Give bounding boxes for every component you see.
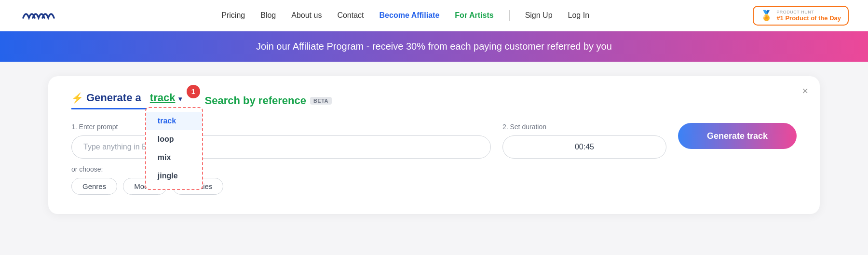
duration-section: 2. Set duration <box>502 123 666 159</box>
close-button[interactable]: × <box>802 86 808 96</box>
tab-generate-label: Generate a <box>86 92 141 104</box>
dropdown-badge: 1 <box>187 85 200 98</box>
chip-genres[interactable]: Genres <box>71 178 117 195</box>
nav-for-artists[interactable]: For Artists <box>455 11 493 20</box>
ph-text: PRODUCT HUNT #1 Product of the Day <box>776 10 841 22</box>
prompt-input[interactable] <box>71 135 491 159</box>
dropdown-menu: track loop mix jingle <box>145 107 203 190</box>
nav-contact[interactable]: Contact <box>337 11 364 20</box>
ph-label-top: PRODUCT HUNT <box>776 10 841 14</box>
navbar: Pricing Blog About us Contact Become Aff… <box>0 0 868 31</box>
medal-icon: 🏅 <box>760 10 773 21</box>
dropdown-container: track ▾ 1 track loop mix jingle <box>150 92 182 104</box>
step1-label: 1. Enter prompt <box>71 123 491 131</box>
main-content: × ⚡ Generate a track ▾ 1 track loop mix <box>0 62 868 228</box>
mode-tabs: ⚡ Generate a track ▾ 1 track loop mix ji… <box>71 92 797 109</box>
step2-label: 2. Set duration <box>502 123 666 131</box>
banner-text: Join our Affiliate Program - receive 30%… <box>256 41 612 52</box>
nav-pricing[interactable]: Pricing <box>221 11 245 20</box>
product-hunt-badge[interactable]: 🏅 PRODUCT HUNT #1 Product of the Day <box>753 6 849 26</box>
nav-blog[interactable]: Blog <box>260 11 276 20</box>
nav-about[interactable]: About us <box>291 11 322 20</box>
beta-badge: BETA <box>310 97 332 105</box>
chip-row: Genres Moods Activities <box>71 178 491 195</box>
generate-section: Generate track <box>678 123 797 149</box>
affiliate-banner[interactable]: Join our Affiliate Program - receive 30%… <box>0 31 868 62</box>
dropdown-item-jingle[interactable]: jingle <box>146 167 202 185</box>
tab-generate[interactable]: ⚡ Generate a track ▾ 1 track loop mix ji… <box>71 92 182 109</box>
logo[interactable] <box>19 7 58 24</box>
prompt-section: 1. Enter prompt or choose: Genres Moods … <box>71 123 491 195</box>
ph-label-bottom: #1 Product of the Day <box>776 14 841 22</box>
duration-input[interactable] <box>502 135 666 159</box>
dropdown-item-mix[interactable]: mix <box>146 148 202 167</box>
nav-affiliate[interactable]: Become Affiliate <box>380 11 440 20</box>
generate-button[interactable]: Generate track <box>678 123 797 149</box>
chevron-down-icon[interactable]: ▾ <box>178 95 182 103</box>
lightning-icon: ⚡ <box>71 92 83 104</box>
tab-search-label: Search by reference <box>205 94 306 107</box>
dropdown-item-track[interactable]: track <box>146 112 202 130</box>
dropdown-item-loop[interactable]: loop <box>146 130 202 148</box>
tab-search[interactable]: Search by reference BETA <box>205 94 332 107</box>
track-word[interactable]: track <box>150 92 176 104</box>
nav-divider <box>509 10 510 21</box>
or-choose-label: or choose: <box>71 165 491 173</box>
nav-links: Pricing Blog About us Contact Become Aff… <box>221 10 589 21</box>
nav-signup[interactable]: Sign Up <box>525 11 553 20</box>
generator-card: × ⚡ Generate a track ▾ 1 track loop mix <box>48 76 820 214</box>
nav-login[interactable]: Log In <box>568 11 589 20</box>
